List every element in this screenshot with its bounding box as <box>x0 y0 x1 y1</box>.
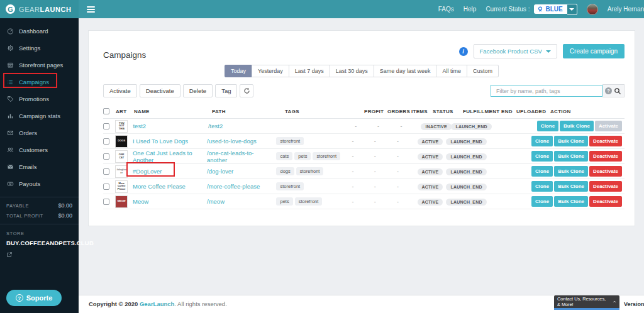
row-checkbox[interactable] <box>103 153 109 160</box>
facebook-csv-dropdown[interactable]: Facebook Product CSV <box>474 44 557 58</box>
clone-button[interactable]: Clone <box>531 196 553 207</box>
sidebar-item-promotions[interactable]: Promotions <box>0 91 79 107</box>
sidebar-item-customers[interactable]: Customers <box>0 141 79 158</box>
bulk-clone-button[interactable]: Bulk Clone <box>554 196 588 207</box>
tab-today[interactable]: Today <box>225 65 252 77</box>
sidebar-item-emails[interactable]: Emails <box>0 158 79 175</box>
clone-button[interactable]: Clone <box>531 136 553 146</box>
gear-icon <box>7 45 14 52</box>
external-link-icon[interactable] <box>6 249 13 260</box>
filter-help-icon[interactable]: ? <box>605 87 612 94</box>
tab-yesterday[interactable]: Yesterday <box>252 65 289 77</box>
brand-logo[interactable]: G GEARLAUNCH <box>0 0 79 18</box>
user-name[interactable]: Arely Hernan <box>608 6 644 13</box>
deactivate-row-button[interactable]: Deactivate <box>589 136 622 146</box>
tag-chip: storefront <box>276 182 304 190</box>
filter-input[interactable] <box>491 85 602 97</box>
create-campaign-button[interactable]: Create campaign <box>563 44 625 58</box>
payable-label: PAYABLE <box>6 203 29 209</box>
bulk-clone-button[interactable]: Bulk Clone <box>554 166 588 177</box>
sidebar-item-dashboard[interactable]: Dashboard <box>0 23 79 40</box>
status-dropdown[interactable]: BLUE <box>534 4 577 15</box>
deactivate-row-button[interactable]: Deactivate <box>589 166 622 177</box>
tag-button[interactable]: Tag <box>215 84 237 97</box>
campaigns-card: Campaigns i Facebook Product CSV Create … <box>88 30 635 226</box>
row-checkbox[interactable] <box>103 199 109 205</box>
campaigns-icon <box>7 79 14 85</box>
store-domain-link[interactable]: BUY.COFFEEANDPETS.CLUB <box>6 239 72 246</box>
filter-group: ? <box>491 84 625 97</box>
support-button[interactable]: ? Soporte <box>6 290 62 306</box>
activate-button[interactable]: Activate <box>103 84 137 97</box>
profit-cell: - <box>352 168 374 175</box>
tab-same-day-last-week[interactable]: Same day last week <box>374 65 437 77</box>
campaign-path-link[interactable]: /meow <box>207 198 225 205</box>
user-avatar[interactable] <box>587 4 598 15</box>
status-badge-button[interactable]: BLUE <box>534 4 567 14</box>
profit-cell: - <box>355 123 377 129</box>
clone-button[interactable]: Clone <box>531 181 553 192</box>
campaign-name-link[interactable]: #DogLover <box>133 168 162 175</box>
campaign-path-link[interactable]: /more-coffee-please <box>207 183 260 190</box>
select-all-checkbox[interactable] <box>103 108 109 114</box>
orders-icon <box>7 129 14 136</box>
status-value: BLUE <box>545 6 562 13</box>
deactivate-row-button[interactable]: Deactivate <box>589 196 622 207</box>
campaign-path-link[interactable]: /test2 <box>208 123 223 129</box>
tab-last-7-days[interactable]: Last 7 days <box>289 65 330 77</box>
tab-last-30-days[interactable]: Last 30 days <box>330 65 374 77</box>
campaign-art-thumbnail: YOU GOT THIS <box>115 120 128 133</box>
row-checkbox[interactable] <box>103 168 109 175</box>
nav-link-faqs[interactable]: FAQs <box>438 6 454 13</box>
bulk-clone-button[interactable]: Bulk Clone <box>554 181 588 192</box>
clone-button[interactable]: Clone <box>537 121 558 131</box>
campaign-name-link[interactable]: Meow <box>133 198 148 205</box>
clone-button[interactable]: Clone <box>531 151 553 162</box>
payable-value: $0.00 <box>58 202 72 209</box>
support-label: Soporte <box>26 294 53 302</box>
campaign-name-link[interactable]: More Coffee Please <box>133 183 186 190</box>
bulk-clone-button[interactable]: Bulk Clone <box>560 121 594 131</box>
bulk-clone-button[interactable]: Bulk Clone <box>554 151 588 162</box>
info-icon[interactable]: i <box>459 47 468 56</box>
contact-us-tab[interactable]: Contact Us, Resources, & More! <box>554 295 619 308</box>
campaign-path-link[interactable]: /used-to-love-dogs <box>207 138 257 145</box>
row-checkbox[interactable] <box>103 184 109 190</box>
deactivate-row-button[interactable]: Deactivate <box>589 151 622 162</box>
search-icon[interactable] <box>614 87 621 95</box>
campaign-path-link[interactable]: /one-cat-leads-to-another <box>207 150 253 163</box>
campaigns-table: ART NAME PATH TAGS PROFIT ORDERS ITEMS S… <box>103 105 625 209</box>
tab-all-time[interactable]: All time <box>436 65 467 77</box>
deactivate-row-button[interactable]: Deactivate <box>589 181 622 192</box>
brand-name: GEARLAUNCH <box>19 6 72 13</box>
sidebar-item-orders[interactable]: Orders <box>0 124 79 141</box>
nav-link-help[interactable]: Help <box>464 6 477 13</box>
sidebar-item-campaigns[interactable]: Campaigns <box>0 74 79 91</box>
activate-row-button[interactable]: Activate <box>595 121 622 131</box>
refresh-button[interactable] <box>240 84 253 97</box>
campaign-name-link[interactable]: I Used To Love Dogs <box>133 138 188 145</box>
sidebar-item-storefront-pages[interactable]: Storefront pages <box>0 57 79 74</box>
storefront-icon <box>7 62 14 69</box>
row-checkbox[interactable] <box>103 138 109 145</box>
campaign-art-thumbnail: ONE CAT <box>115 150 128 163</box>
table-row: #doglover #DogLover /dog-lover dogs stor… <box>103 164 625 179</box>
sidebar-item-campaign-stats[interactable]: Campaign stats <box>0 107 79 124</box>
sidebar-item-settings[interactable]: Settings <box>0 40 79 57</box>
deactivate-button[interactable]: Deactivate <box>140 84 180 97</box>
status-caret-button[interactable] <box>567 4 577 15</box>
bulk-clone-button[interactable]: Bulk Clone <box>554 136 588 146</box>
sidebar-item-payouts[interactable]: Payouts <box>0 175 79 192</box>
copyright: Copyright © 2020 GearLaunch. All rights … <box>89 295 227 313</box>
campaign-name-link[interactable]: test2 <box>133 123 146 129</box>
row-checkbox[interactable] <box>103 123 109 129</box>
items-cell: - <box>397 184 418 190</box>
status-badge: ACTIVE <box>418 138 443 145</box>
hamburger-menu-icon[interactable] <box>87 6 95 13</box>
clone-button[interactable]: Clone <box>531 166 553 177</box>
delete-button[interactable]: Delete <box>183 84 213 97</box>
campaign-name-link[interactable]: One Cat Just Leads to Another <box>133 150 192 163</box>
campaign-path-link[interactable]: /dog-lover <box>207 168 233 175</box>
tab-custom[interactable]: Custom <box>467 65 499 77</box>
footer-brand-link[interactable]: GearLaunch <box>140 300 174 307</box>
